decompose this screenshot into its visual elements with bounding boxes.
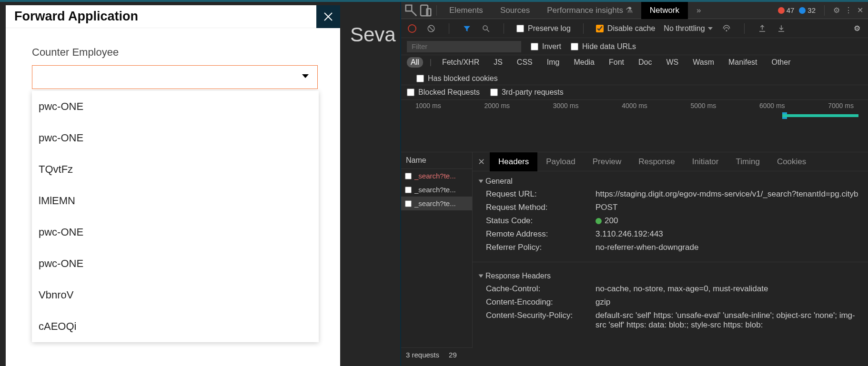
network-timeline[interactable]: 1000 ms 2000 ms 3000 ms 4000 ms 5000 ms … [401,100,868,152]
dropdown-option[interactable]: VbnroV [32,279,319,311]
app-background: Seva Forward Application Counter Employe… [0,2,400,366]
type-doc[interactable]: Doc [635,57,656,68]
label-content-encoding: Content-Encoding: [486,297,595,307]
dropdown-option[interactable]: pwc-ONE [32,122,319,154]
preserve-log-checkbox[interactable]: Preserve log [516,24,571,33]
type-font[interactable]: Font [605,57,628,68]
filter-icon[interactable] [462,23,472,34]
value-referrer-policy: no-referrer-when-downgrade [595,243,861,252]
dropdown-option[interactable]: TQvtFz [32,154,319,185]
value-remote-address: 3.110.246.192:443 [595,229,861,239]
type-other[interactable]: Other [767,57,794,68]
status-dot-icon [595,218,602,224]
detail-tab-response[interactable]: Response [630,152,684,171]
search-icon[interactable] [481,23,491,34]
value-content-encoding: gzip [595,297,861,307]
record-button[interactable] [407,23,417,34]
flask-icon: ⚗ [626,6,633,15]
dropdown-option[interactable]: pwc-ONE [32,91,319,122]
third-party-checkbox[interactable]: 3rd-party requests [490,88,564,97]
invert-checkbox[interactable]: Invert [531,42,561,51]
disclosure-triangle-icon [479,180,484,183]
svg-point-5 [726,30,727,31]
error-badge[interactable]: 47 [778,6,795,14]
value-csp: default-src 'self' https: 'unsafe-eval' … [595,311,861,330]
tab-sources[interactable]: Sources [492,2,538,19]
value-status-code: 200 [595,216,861,226]
upload-har-icon[interactable] [757,23,767,34]
brand-text: Seva [350,23,396,46]
dropdown-option[interactable]: pwc-ONE [32,248,319,279]
type-img[interactable]: Img [543,57,564,68]
network-conditions-icon[interactable] [721,23,732,34]
type-ws[interactable]: WS [662,57,682,68]
tab-performance-insights[interactable]: Performance insights ⚗ [538,1,641,19]
section-general-toggle[interactable]: General [479,175,861,188]
type-css[interactable]: CSS [513,57,536,68]
devtools-panel: Elements Sources Performance insights ⚗ … [401,2,868,366]
gear-icon[interactable]: ⚙ [852,23,862,34]
disable-cache-checkbox[interactable]: Disable cache [596,24,656,33]
forward-application-modal: Forward Application Counter Employee pwc… [6,5,340,366]
counter-employee-select[interactable] [32,65,318,89]
value-request-method: POST [595,203,861,212]
hide-data-urls-checkbox[interactable]: Hide data URLs [571,42,636,51]
request-row[interactable]: _search?te... [401,169,472,183]
detail-tab-timing[interactable]: Timing [727,152,768,171]
type-all[interactable]: All [407,57,423,68]
settings-icon[interactable]: ⚙ [833,6,840,15]
counter-employee-dropdown[interactable]: pwc-ONE pwc-ONE TQvtFz lMlEMN pwc-ONE pw… [32,91,319,342]
value-request-url: https://staging.digit.org/egov-mdms-serv… [595,189,861,199]
dropdown-option[interactable]: lMlEMN [32,185,319,217]
tab-network[interactable]: Network [641,2,688,19]
kebab-menu-icon[interactable]: ⋮ [845,6,852,15]
label-request-url: Request URL: [486,189,595,199]
has-blocked-cookies-checkbox[interactable]: Has blocked cookies [416,74,498,83]
request-row[interactable]: _search?te... [401,183,472,197]
type-js[interactable]: JS [490,57,506,68]
info-dot-icon [799,7,806,14]
inspect-icon[interactable] [404,3,418,18]
detail-tab-payload[interactable]: Payload [537,152,584,171]
request-list: Name _search?te... _search?te... _search… [401,152,473,362]
dropdown-option[interactable]: cAEOQi [32,311,319,342]
detail-tab-cookies[interactable]: Cookies [768,152,815,171]
warning-badge[interactable]: 32 [799,6,816,14]
timeline-tick: 6000 ms [759,102,785,109]
dropdown-option[interactable]: pwc-ONE [32,217,319,248]
close-button[interactable] [316,5,340,28]
svg-rect-0 [406,5,412,11]
filter-input[interactable] [407,41,521,52]
detail-tab-preview[interactable]: Preview [584,152,630,171]
resource-type-filters: All | Fetch/XHR JS CSS Img Media Font Do… [401,55,868,85]
clear-button[interactable] [426,23,436,34]
device-icon[interactable] [418,3,433,18]
label-referrer-policy: Referrer Policy: [486,243,595,252]
type-manifest[interactable]: Manifest [725,57,761,68]
blocked-requests-checkbox[interactable]: Blocked Requests [407,88,480,97]
download-har-icon[interactable] [776,23,787,34]
label-request-method: Request Method: [486,203,595,212]
request-detail: ✕ Headers Payload Preview Response Initi… [473,152,868,362]
detail-tab-headers[interactable]: Headers [490,152,537,171]
detail-tab-initiator[interactable]: Initiator [684,152,727,171]
modal-title: Forward Application [6,9,138,24]
request-row[interactable]: _search?te... [401,197,472,210]
request-list-header[interactable]: Name [401,152,472,169]
type-media[interactable]: Media [570,57,598,68]
close-devtools-icon[interactable]: ✕ [857,6,863,15]
timeline-tick: 2000 ms [484,102,510,109]
tab-elements[interactable]: Elements [441,2,492,19]
timeline-activity [782,114,858,117]
timeline-tick: 4000 ms [622,102,647,109]
request-list-footer: 3 requests 29 [401,347,473,362]
close-detail-button[interactable]: ✕ [473,157,490,167]
section-response-headers-toggle[interactable]: Response Headers [479,270,861,282]
throttling-select[interactable]: No throttling [664,24,712,33]
type-wasm[interactable]: Wasm [689,57,718,68]
type-fetchxhr[interactable]: Fetch/XHR [438,57,483,68]
value-cache-control: no-cache, no-store, max-age=0, must-reva… [595,284,861,294]
label-status-code: Status Code: [486,216,595,226]
more-tabs[interactable]: » [688,2,709,19]
counter-employee-label: Counter Employee [32,46,314,59]
